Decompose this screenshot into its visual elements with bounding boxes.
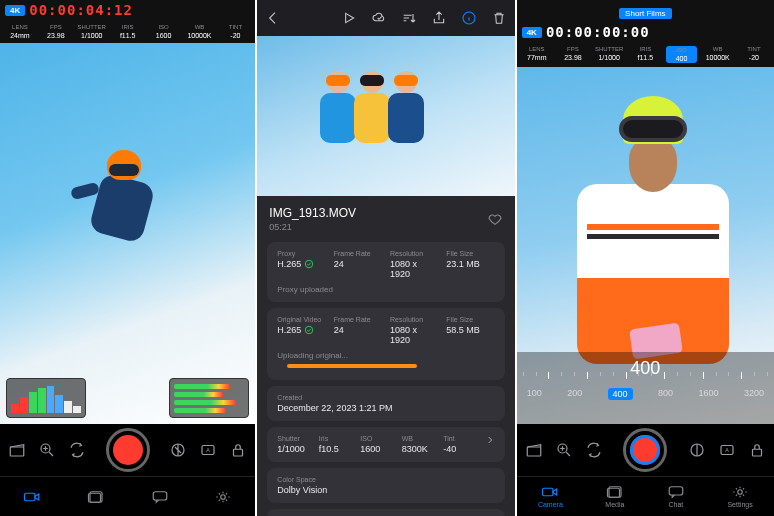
slate-icon[interactable]	[8, 441, 26, 459]
nav-media[interactable]: Media	[605, 485, 624, 508]
lock-icon[interactable]	[748, 441, 766, 459]
proxy-status: Proxy uploaded	[277, 285, 494, 294]
favorite-icon[interactable]	[487, 211, 503, 227]
project-badge[interactable]: Short Films	[619, 8, 671, 19]
wb-setting[interactable]: WB10000K	[703, 46, 733, 63]
svg-rect-14	[527, 447, 541, 456]
exposure-card[interactable]: Shutter1/1000 Irisf10.5 ISO1600 WB8300K …	[267, 427, 504, 462]
zoom-in-icon[interactable]	[555, 441, 573, 459]
iris-setting[interactable]: IRISf11.5	[113, 24, 143, 39]
bottom-nav: Camera Media Chat Settings	[517, 476, 774, 516]
media-info-area: IMG_1913.MOV 05:21 ProxyH.265 Frame Rate…	[257, 196, 514, 516]
exposure-icon[interactable]	[169, 441, 187, 459]
camera-settings-strip: LENS77mm FPS23.98 SHUTTER1/1000 IRISf11.…	[517, 42, 774, 67]
camera-settings-strip: LENS24mm FPS23.98 SHUTTER1/1000 IRISf11.…	[0, 20, 255, 43]
svg-rect-9	[153, 491, 167, 499]
media-detail-screen: IMG_1913.MOV 05:21 ProxyH.265 Frame Rate…	[257, 0, 514, 516]
proxy-codec: H.265	[277, 259, 325, 269]
file-duration: 05:21	[269, 222, 356, 232]
svg-rect-19	[753, 449, 762, 456]
focus-mode-icon[interactable]: A	[718, 441, 736, 459]
svg-point-24	[738, 490, 743, 495]
tint-setting[interactable]: TINT-20	[220, 24, 250, 39]
file-name: IMG_1913.MOV	[269, 206, 356, 220]
slate-icon[interactable]	[525, 441, 543, 459]
zoom-in-icon[interactable]	[38, 441, 56, 459]
wb-setting[interactable]: WB10000K	[185, 24, 215, 39]
iso-setting[interactable]: ISO400	[666, 46, 696, 63]
nav-settings[interactable]	[214, 490, 232, 504]
timecode-display: 00:00:04:12	[29, 2, 133, 18]
control-bar: A	[517, 424, 774, 476]
iris-setting[interactable]: IRISf11.5	[630, 46, 660, 63]
iso-slider[interactable]: 400 100 200 400 800 1600 3200	[517, 352, 774, 424]
original-card: Original VideoH.265 Frame Rate24 Resolut…	[267, 308, 504, 380]
resolution-badge: 4K	[5, 5, 25, 16]
timecode-display: 00:00:00:00	[546, 24, 650, 40]
bottom-nav	[0, 476, 255, 516]
switch-camera-icon[interactable]	[585, 441, 603, 459]
resolution-badge: 4K	[522, 27, 542, 38]
shutter-setting[interactable]: SHUTTER1/1000	[594, 46, 624, 63]
created-card: Created December 22, 2023 1:21 PM	[267, 386, 504, 421]
svg-rect-20	[543, 488, 554, 496]
colorspace-card: Color SpaceDolby Vision	[267, 468, 504, 503]
nav-chat[interactable]	[151, 490, 169, 504]
share-icon[interactable]	[431, 10, 447, 26]
lens-card[interactable]: Lens DataSamsung Galaxy S24 24mm	[267, 509, 504, 516]
record-button[interactable]	[623, 428, 667, 472]
lens-setting[interactable]: LENS24mm	[5, 24, 35, 39]
camera-idle-screen: Short Films 4K 00:00:00:00 LENS77mm FPS2…	[517, 0, 774, 516]
media-thumbnail[interactable]	[257, 36, 514, 196]
fps-setting[interactable]: FPS23.98	[558, 46, 588, 63]
iso-setting[interactable]: ISO1600	[149, 24, 179, 39]
proxy-card: ProxyH.265 Frame Rate24 Resolution1080 x…	[267, 242, 504, 302]
histogram-scope[interactable]	[6, 378, 86, 418]
svg-point-10	[221, 494, 226, 499]
lock-icon[interactable]	[229, 441, 247, 459]
fps-setting[interactable]: FPS23.98	[41, 24, 71, 39]
chevron-right-icon	[485, 435, 495, 445]
svg-rect-6	[24, 493, 35, 501]
back-icon[interactable]	[265, 10, 281, 26]
info-icon[interactable]	[461, 10, 477, 26]
svg-rect-0	[10, 447, 24, 456]
cloud-sync-icon[interactable]	[371, 10, 387, 26]
shutter-setting[interactable]: SHUTTER1/1000	[77, 24, 107, 39]
nav-camera[interactable]	[23, 490, 41, 504]
original-status: Uploading original...	[277, 351, 494, 360]
lens-setting[interactable]: LENS77mm	[522, 46, 552, 63]
record-status-bar: 4K 00:00:04:12	[0, 0, 255, 20]
nav-media[interactable]	[87, 490, 105, 504]
svg-rect-5	[234, 449, 243, 456]
iso-scale-labels: 100 200 400 800 1600 3200	[517, 388, 774, 400]
nav-chat[interactable]: Chat	[667, 485, 685, 508]
svg-point-13	[306, 326, 314, 334]
switch-camera-icon[interactable]	[68, 441, 86, 459]
viewfinder[interactable]	[0, 43, 255, 424]
viewfinder[interactable]: 400 100 200 400 800 1600 3200	[517, 67, 774, 424]
original-codec: H.265	[277, 325, 325, 335]
camera-recording-screen: 4K 00:00:04:12 LENS24mm FPS23.98 SHUTTER…	[0, 0, 255, 516]
svg-text:A: A	[207, 447, 211, 453]
svg-text:A: A	[725, 447, 729, 453]
svg-point-12	[306, 260, 314, 268]
trash-icon[interactable]	[491, 10, 507, 26]
nav-settings[interactable]: Settings	[727, 485, 752, 508]
nav-camera[interactable]: Camera	[538, 485, 563, 508]
sort-icon[interactable]	[401, 10, 417, 26]
file-header: IMG_1913.MOV 05:21	[257, 196, 514, 242]
record-status-bar: 4K 00:00:00:00	[517, 22, 774, 42]
svg-rect-23	[669, 487, 683, 495]
tint-setting[interactable]: TINT-20	[739, 46, 769, 63]
exposure-icon[interactable]	[688, 441, 706, 459]
record-button[interactable]	[106, 428, 150, 472]
play-icon[interactable]	[341, 10, 357, 26]
audio-meters[interactable]	[169, 378, 249, 418]
focus-mode-icon[interactable]: A	[199, 441, 217, 459]
upload-progress-bar	[287, 364, 417, 368]
viewfinder-subject	[77, 150, 167, 280]
detail-toolbar	[257, 0, 514, 36]
control-bar: A	[0, 424, 255, 476]
